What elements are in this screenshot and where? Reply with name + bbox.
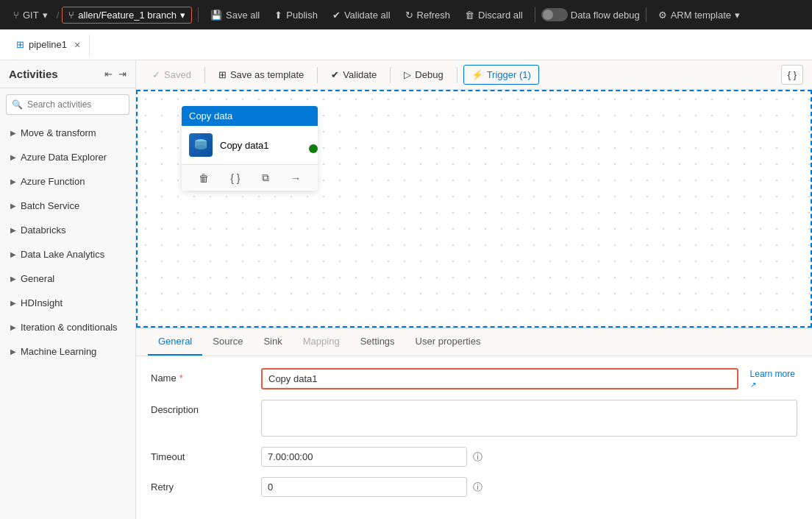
divider-1	[198, 7, 199, 22]
validate-button[interactable]: ✔ Validate	[324, 66, 384, 84]
toggle-knob	[543, 10, 553, 20]
template-icon: ⊞	[218, 69, 227, 80]
refresh-button[interactable]: ↻ Refresh	[399, 7, 457, 24]
chevron-icon: ▶	[10, 250, 16, 258]
activity-item-move-transform[interactable]: ▶ Move & transform	[0, 121, 135, 145]
discard-icon: 🗑	[465, 10, 474, 21]
timeout-info-icon[interactable]: ⓘ	[473, 451, 482, 464]
toolbar-separator-1	[204, 67, 205, 83]
validate-all-button[interactable]: ✔ Validate all	[327, 7, 396, 24]
properties-panel: General Source Sink Mapping Settings Use…	[136, 328, 812, 519]
tab-sink[interactable]: Sink	[253, 328, 292, 356]
save-all-button[interactable]: 💾 Save all	[204, 7, 266, 24]
tab-settings[interactable]: Settings	[350, 328, 405, 356]
card-db-icon	[189, 133, 213, 157]
activity-item-data-lake-analytics[interactable]: ▶ Data Lake Analytics	[0, 242, 135, 266]
activity-item-machine-learning[interactable]: ▶ Machine Learning	[0, 339, 135, 364]
retry-info-icon[interactable]: ⓘ	[473, 481, 482, 494]
chevron-icon: ▶	[10, 177, 16, 186]
tab-general[interactable]: General	[148, 328, 202, 356]
activities-panel: Activities ⇤ ⇥ 🔍 ▶ Move & transform ▶ Az…	[0, 60, 136, 519]
card-delete-icon[interactable]: 🗑	[196, 170, 211, 186]
activity-item-iteration-conditionals[interactable]: ▶ Iteration & conditionals	[0, 315, 135, 339]
discard-all-label: Discard all	[478, 10, 523, 21]
save-as-template-button[interactable]: ⊞ Save as template	[211, 66, 311, 84]
card-header-label: Copy data	[189, 110, 232, 121]
pipeline-close-button[interactable]: ×	[74, 39, 80, 51]
validate-label: Validate	[343, 69, 377, 80]
activity-item-azure-function[interactable]: ▶ Azure Function	[0, 169, 135, 194]
retry-input[interactable]	[261, 477, 467, 497]
json-button[interactable]: { }	[781, 65, 803, 85]
chevron-icon: ▶	[10, 347, 16, 356]
debug-label: Debug	[415, 69, 443, 80]
pipeline-bar: ⊞ pipeline1 ×	[0, 29, 812, 60]
expand-icon[interactable]: ⇥	[118, 68, 127, 80]
copy-data-card[interactable]: Copy data Copy data1 🗑 { }	[182, 106, 318, 191]
activity-item-databricks[interactable]: ▶ Databricks	[0, 218, 135, 242]
publish-button[interactable]: ⬆ Publish	[268, 7, 324, 24]
properties-tabs: General Source Sink Mapping Settings Use…	[136, 328, 812, 356]
activity-label: Batch Service	[21, 200, 79, 211]
activity-label: Data Lake Analytics	[21, 249, 104, 260]
activity-item-general[interactable]: ▶ General	[0, 266, 135, 291]
canvas-dashed-area[interactable]: Copy data Copy data1 🗑 { }	[136, 90, 812, 328]
card-copy-icon[interactable]: ⧉	[260, 169, 271, 186]
debug-button[interactable]: ▷ Debug	[396, 66, 450, 84]
refresh-label: Refresh	[417, 10, 451, 21]
learn-more-link[interactable]: Learn more ↗	[750, 369, 797, 389]
timeout-label: Timeout	[151, 447, 254, 462]
canvas-area[interactable]: ✓ Saved ⊞ Save as template ✔ Validate ▷ …	[136, 60, 812, 519]
git-button[interactable]: ⑂ GIT ▾	[7, 7, 54, 24]
chevron-icon: ▶	[10, 226, 16, 234]
validate-icon: ✔	[332, 10, 341, 21]
description-input[interactable]	[261, 400, 797, 437]
pipeline-tab[interactable]: ⊞ pipeline1 ×	[7, 35, 90, 55]
toolbar-separator-4	[457, 67, 457, 83]
tab-user-properties[interactable]: User properties	[405, 328, 491, 356]
timeout-input[interactable]	[261, 447, 467, 467]
chevron-icon: ▶	[10, 299, 16, 307]
activity-label: Databricks	[21, 225, 65, 236]
activities-header: Activities ⇤ ⇥	[0, 60, 135, 88]
save-all-label: Save all	[226, 10, 260, 21]
arm-chevron-icon: ▾	[735, 10, 740, 21]
arm-template-button[interactable]: ⚙ ARM template ▾	[652, 7, 746, 24]
chevron-icon: ▶	[10, 129, 16, 137]
chevron-icon: ▶	[10, 323, 16, 331]
activities-header-icons: ⇤ ⇥	[104, 68, 127, 80]
name-label: Name *	[151, 368, 254, 384]
activity-item-hdinsight[interactable]: ▶ HDInsight	[0, 291, 135, 315]
activities-search-box: 🔍	[6, 94, 129, 115]
card-arrow-icon[interactable]: →	[288, 170, 303, 186]
trigger-icon: ⚡	[471, 69, 483, 80]
tab-source[interactable]: Source	[202, 328, 253, 356]
git-icon: ⑂	[13, 10, 19, 21]
saved-indicator: ✓ Saved	[145, 66, 199, 84]
name-input[interactable]	[261, 368, 738, 389]
divider-2	[535, 7, 535, 22]
activity-label: Move & transform	[21, 127, 96, 138]
discard-all-button[interactable]: 🗑 Discard all	[459, 7, 529, 24]
top-divider-1: /	[57, 10, 60, 21]
collapse-icon[interactable]: ⇤	[104, 68, 113, 80]
card-code-icon[interactable]: { }	[228, 170, 242, 186]
description-label: Description	[151, 400, 254, 415]
branch-selector[interactable]: ⑂ allen/Feature_1 branch ▾	[62, 7, 192, 24]
activity-label: Machine Learning	[21, 346, 96, 357]
save-as-template-label: Save as template	[230, 69, 304, 80]
saved-check-icon: ✓	[152, 69, 160, 80]
tab-mapping[interactable]: Mapping	[293, 328, 350, 356]
activity-label: Azure Function	[21, 176, 85, 187]
publish-icon: ⬆	[274, 10, 282, 21]
activity-item-azure-data-explorer[interactable]: ▶ Azure Data Explorer	[0, 145, 135, 169]
search-icon: 🔍	[12, 99, 23, 110]
data-flow-debug-toggle[interactable]	[541, 8, 568, 21]
activities-search-input[interactable]	[6, 94, 129, 115]
arm-template-label: ARM template	[671, 10, 731, 21]
trigger-button[interactable]: ⚡ Trigger (1)	[463, 65, 539, 85]
validate-all-label: Validate all	[344, 10, 391, 21]
activity-item-batch-service[interactable]: ▶ Batch Service	[0, 194, 135, 218]
chevron-icon: ▶	[10, 275, 16, 283]
chevron-icon: ▶	[10, 153, 16, 161]
